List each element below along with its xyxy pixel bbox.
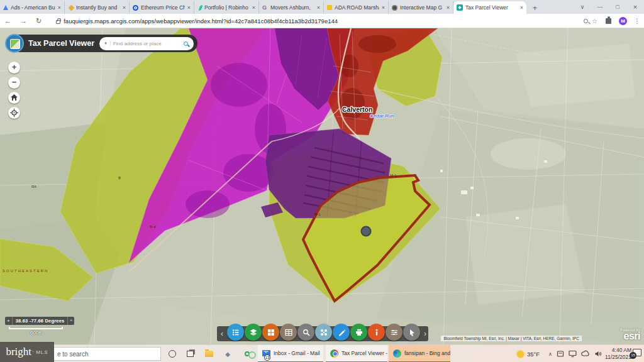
esri-brand-text: esri [621, 332, 640, 341]
hidden-icons-chevron-icon[interactable]: ∧ [548, 351, 552, 357]
tab-ada-road[interactable]: ADA ROAD Marsha × [324, 1, 389, 14]
dropbox-icon: ◆ [225, 351, 230, 358]
basemap-gallery-widget-button[interactable] [262, 324, 279, 341]
crosshair-icon[interactable]: + [5, 317, 13, 325]
google-favicon-icon: G [262, 5, 268, 11]
measurement-widget-button[interactable] [386, 324, 402, 341]
forward-button[interactable]: → [16, 17, 31, 25]
parcel-marker[interactable] [362, 227, 371, 236]
tab-label: Instantly Buy and [76, 4, 120, 11]
coordinates-widget[interactable]: + 38.63 -77.66 Degrees ^ [5, 317, 74, 325]
search-input[interactable] [111, 41, 182, 47]
folder-icon [205, 351, 213, 357]
widget-toolbar: ‹ › [217, 326, 428, 341]
back-button[interactable]: ← [0, 17, 16, 25]
page-zoom-icon[interactable] [584, 19, 588, 23]
toolbar-scroll-right-icon[interactable]: › [420, 327, 430, 341]
taskbar-clock[interactable]: 4:40 AM 11/25/2021 [596, 347, 631, 361]
taskbar-window-chrome[interactable]: Tax Parcel Viewer - ... [326, 345, 387, 362]
reload-button[interactable]: ↻ [31, 17, 46, 25]
tab-close-icon[interactable]: × [382, 4, 385, 11]
taskbar-window-edge[interactable]: fansipan - Bing and... [389, 345, 450, 362]
tab-tax-parcel-viewer[interactable]: Tax Parcel Viewer × [453, 1, 526, 14]
town-label: Calverton [342, 106, 372, 113]
taskbar-search-text: e to search [57, 351, 88, 358]
taskbar-search-box[interactable]: e to search [53, 347, 161, 361]
attribute-table-widget-button[interactable] [280, 324, 297, 341]
query-widget-button[interactable] [297, 324, 314, 341]
tab-close-icon[interactable]: × [447, 4, 450, 11]
notification-center-button[interactable]: 15 [633, 349, 641, 356]
profile-avatar[interactable]: M [619, 17, 627, 25]
tab-instantly-buy[interactable]: Instantly Buy and × [65, 1, 130, 14]
tab-close-icon[interactable]: × [520, 4, 523, 11]
coordinates-readout: 38.63 -77.66 Degrees [13, 318, 68, 324]
temperature-text: 35°F [527, 351, 540, 358]
map-attribution: Bloomfield Township MI, Esri, Inc. | Max… [441, 336, 582, 341]
new-tab-button[interactable]: + [526, 4, 543, 14]
display-icon[interactable] [569, 350, 577, 358]
draw-widget-button[interactable] [333, 324, 350, 341]
home-button[interactable] [8, 92, 20, 104]
minimize-button[interactable]: — [591, 4, 609, 10]
tab-interactive-map[interactable]: Interactive Map G × [389, 1, 453, 14]
onedrive-cloud-icon[interactable] [581, 350, 590, 358]
tab-close-icon[interactable]: × [123, 4, 126, 11]
url-field[interactable]: fauquiergis.maps.arcgis.com/apps/webappv… [51, 16, 579, 26]
locate-button[interactable] [8, 107, 20, 119]
share-widget-button[interactable] [315, 324, 332, 341]
tab-label: Interactive Map G [400, 4, 444, 11]
tab-close-icon[interactable]: × [187, 4, 191, 11]
app-window-icon[interactable] [557, 350, 564, 358]
tab-ads[interactable]: Ads - American Bu × [0, 1, 65, 14]
tab-robinhood[interactable]: Portfolio | Robinho × [194, 1, 259, 14]
rings-app-button[interactable] [239, 345, 255, 362]
mail-badge: 13 [264, 354, 270, 361]
map-canvas[interactable]: Calverton Cedar Run SOUTHEASTERN R-4 R-1… [0, 28, 644, 344]
chevron-up-icon[interactable]: ^ [67, 317, 74, 325]
app-logo-icon [5, 34, 24, 53]
page-title: Tax Parcel Viewer [28, 39, 94, 48]
print-widget-button[interactable] [350, 324, 367, 341]
edge-icon [393, 349, 401, 358]
taskbar-weather[interactable]: 35°F [517, 345, 540, 362]
zoom-in-button[interactable]: + [8, 62, 20, 74]
home-icon [8, 92, 20, 104]
tab-ethereum[interactable]: Ethereum Price Ch × [130, 1, 194, 14]
watermark-brand: bright [6, 346, 31, 358]
tab-close-icon[interactable]: × [252, 4, 255, 11]
select-widget-button[interactable] [403, 324, 420, 341]
task-view-button[interactable] [182, 345, 197, 362]
zoom-out-button[interactable]: − [8, 77, 20, 89]
tab-movers[interactable]: G Movers Ashburn, × [259, 1, 324, 14]
tab-search-caret-icon[interactable]: ∨ [574, 4, 591, 10]
tab-close-icon[interactable]: × [58, 4, 61, 11]
layers-widget-button[interactable] [245, 324, 262, 341]
yellow-favicon-icon [327, 5, 332, 10]
search-source-caret-icon[interactable]: ▾ [99, 41, 111, 46]
scale-line [9, 327, 63, 329]
window-close-button[interactable]: × [626, 3, 644, 11]
dropbox-button[interactable]: ◆ [220, 345, 235, 362]
maximize-button[interactable]: □ [609, 4, 626, 10]
green-rings-icon [245, 351, 250, 356]
search-icon[interactable] [184, 41, 188, 46]
gis-map[interactable]: Calverton Cedar Run SOUTHEASTERN R-4 R-1… [0, 28, 644, 344]
basemap-grid-icon [267, 328, 275, 337]
file-explorer-button[interactable] [201, 345, 216, 362]
browser-menu-icon[interactable]: ⋮ [630, 18, 644, 25]
extensions-icon[interactable] [606, 18, 611, 24]
lock-icon [56, 20, 60, 24]
cortana-button[interactable] [165, 345, 180, 362]
about-widget-button[interactable] [368, 324, 385, 341]
tab-close-icon[interactable]: × [317, 4, 320, 11]
window-label: Tax Parcel Viewer - ... [341, 350, 387, 356]
cursor-select-icon [408, 328, 416, 337]
taskbar-window-gmail[interactable]: 13 Inbox - Gmail - Mail [258, 345, 323, 362]
table-icon [284, 328, 293, 337]
address-search-box[interactable]: ▾ [99, 37, 194, 50]
magnifier-icon [302, 328, 311, 337]
legend-widget-button[interactable] [227, 324, 244, 341]
tab-label: Portfolio | Robinho [204, 4, 250, 11]
toolbar-scroll-left-icon[interactable]: ‹ [217, 327, 227, 341]
